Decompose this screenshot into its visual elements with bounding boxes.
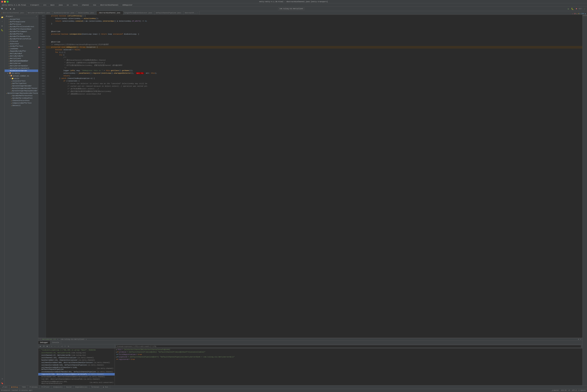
bottombar-dependencies[interactable]: Dependencies	[73, 386, 89, 389]
sidebar-item-bytebufferchannelread[interactable]: ☕ ByteBufferChannelRead	[4, 28, 38, 30]
var-this[interactable]: ▶ this = {NioSocketChannel$NioSocketChan…	[115, 348, 583, 351]
git-check-btn[interactable]: ✓	[583, 7, 587, 10]
sidebar-item-byte2integerdecodertester[interactable]: ☕ Byte2IntegerDecoderTester	[4, 87, 38, 90]
frame-initchannel27[interactable]: initChannel:27, NettyServer$1 (com.tulin…	[38, 354, 115, 356]
sidebar-item-byte2integerreplaydecodertester[interactable]: ☕ Byte2IntegerReplayDecoderTester	[4, 92, 38, 94]
sidebar-item-nettyserverhandler2[interactable]: ☕ NettyServerHandler2	[4, 67, 38, 70]
menu-nio[interactable]: nio	[92, 4, 97, 6]
run-btn[interactable]: ▶	[567, 7, 570, 10]
sidebar-item-channelfuturetest[interactable]: ☕ ChannelFutureTest	[4, 100, 38, 102]
frame-callhandleradded980[interactable]: callHandlerAdded:980, AbstractChannelHan…	[38, 362, 115, 364]
bottombar-debug[interactable]: Debug	[9, 386, 20, 389]
sidebar-item-guesstest[interactable]: ☕ GuessTest	[4, 42, 38, 45]
close-button[interactable]	[1, 1, 3, 2]
menu-project[interactable]: netty-netty-4.1.38.Final	[0, 4, 27, 6]
run-icon[interactable]: ▶	[0, 24, 4, 28]
menu-class[interactable]: AbstractNioChannel	[99, 4, 119, 6]
tab-nioselectorserver[interactable]: NioSelectorServer.java ✕	[53, 11, 77, 14]
sidebar-gear[interactable]: ⚙	[36, 15, 37, 17]
menu-transport[interactable]: transport	[29, 4, 40, 6]
menu-java[interactable]: java	[57, 4, 64, 6]
frame-handleradded134[interactable]: handlerAdded:134, ChannelInitializer (io…	[38, 359, 115, 362]
menu-io[interactable]: io	[65, 4, 70, 6]
tab-abstractniochannel1[interactable]: ● AbstractNioChannel.java ✕	[0, 11, 26, 14]
frame-initchannel151[interactable]: initChannel:151, ChannelInitializer (io.…	[38, 356, 115, 359]
sidebar-item-bytebufreferencetest[interactable]: ☕ ByteBufReferenceTest	[4, 94, 38, 97]
search-box[interactable]: com.tuling.nio.NettyClient	[278, 8, 305, 10]
sidebar-item-nettyserver[interactable]: ☕ NettyServer	[4, 62, 38, 64]
sidebar-item-nettybytebuf2[interactable]: ☕ NettyByteBuf2	[4, 55, 38, 57]
tab-singlethreadeventexecutor[interactable]: SingleThreadEventExecutor.java ✕	[123, 11, 155, 14]
stop-btn[interactable]: ■	[575, 7, 578, 10]
bottombar-todo[interactable]: TODO	[20, 386, 28, 389]
debug-runtohere-btn[interactable]: →|	[60, 345, 63, 348]
frame-invokehandleraddedifneeded[interactable]: invokeHandlerAddedIfNeeded:661, DefaultC…	[38, 370, 115, 373]
evaluate-input[interactable]	[116, 345, 581, 348]
bottombar-git[interactable]: ⎇ Git	[0, 386, 9, 389]
search-btn[interactable]: 🔍	[0, 7, 4, 10]
frame-initchannel34[interactable]: initChannel:34, NettyServer$1 (com.tulin…	[38, 352, 115, 354]
debug-side-icon[interactable]: 🐛	[0, 28, 4, 32]
sidebar-item-actualcombate1[interactable]: ▼ 📦 actual.combat.e1	[4, 74, 38, 77]
frame-safeexecute163[interactable]: safeExecute$$$capture:163, AbstractEvent…	[38, 380, 115, 385]
nav-forward-btn[interactable]: ▶	[12, 7, 16, 10]
maximize-button[interactable]	[7, 1, 8, 2]
debug-filter-btn[interactable]: ⊡	[67, 345, 70, 348]
tab-abstractch[interactable]: AbstractCh... ✕	[184, 11, 199, 14]
menu-src[interactable]: src	[42, 4, 48, 6]
frame-access200[interactable]: access$200:434, AbstractChannel$Abstract…	[38, 376, 115, 378]
sidebar-item-nettybytebuf[interactable]: ☕ NettyByteBuf	[4, 52, 38, 55]
sidebar-item-nettyclient[interactable]: ☕ NettyClient	[4, 57, 38, 60]
sidebar-item-bytebufferput[interactable]: ☕ ByteBufferPut	[4, 33, 38, 35]
frame-callhandleraddedforallhandlers[interactable]: callHandlerAddedForAllHandlers:1136, Def…	[38, 366, 115, 370]
bookmarks-icon[interactable]: 🔖	[0, 381, 4, 385]
code-editor[interactable]: private boolean isFlushPending() { Selec…	[46, 15, 583, 338]
sidebar-item-buffertypetest[interactable]: ☕ BufferTypeTest	[4, 82, 38, 85]
sidebar-item-filelock[interactable]: ☕ FileLock	[4, 40, 38, 42]
tab-abstractniochannel-active[interactable]: ● AbstractNioChannel.java ✕	[97, 11, 123, 14]
tab-nettyserverhandler2[interactable]: NettyServerHandler2.java ✕	[26, 11, 52, 14]
menu-netty[interactable]: netty	[71, 4, 79, 6]
bottom-tab-console[interactable]: Console	[50, 341, 61, 344]
bottombar-profiler[interactable]: Profiler	[40, 386, 51, 389]
sidebar-item-dateutil[interactable]: ☕ Dateutil	[4, 104, 38, 107]
var-pipeline[interactable]: ▶ ■ pipeline = {DefaultChannelPipeline@1…	[115, 356, 583, 358]
bottombar-terminal[interactable]: Terminal	[89, 386, 101, 389]
sidebar-item-bufferduplicate[interactable]: ☕ BufferDuplicate	[4, 20, 38, 23]
var-promise[interactable]: ▶ ■ promise = {DefaultChannelPromise@199…	[115, 351, 583, 353]
sidebar-item-compositebuffertest[interactable]: ☕ CompositeBufferTest	[4, 102, 38, 104]
bottom-tab-debugger[interactable]: Debugger	[38, 341, 50, 344]
settings-btn[interactable]: ⚙	[4, 7, 8, 10]
sidebar-item-mappedbytebuffer[interactable]: ☕ MappedByteBuffer	[4, 50, 38, 52]
sidebar-item-allocatortest[interactable]: ☕ AllocatorTest	[4, 80, 38, 82]
sidebar-item-bytebufferallocatedirect[interactable]: ☕ ByteBufferAllocateDirect	[4, 26, 38, 28]
sidebar-item-bytebufferwritetofile[interactable]: ☕ ByteBufferWriteToFile	[4, 38, 38, 40]
sidebar-item-ionetty[interactable]: ▶ 📦 io.netty	[4, 72, 38, 74]
sidebar-item-nioselectorserver[interactable]: ☕ NioSelectorServer	[4, 70, 38, 72]
frame-callhandleradded0620[interactable]: callHandlerAdded0:620, DefaultChannelPip…	[38, 364, 115, 366]
debug-stop-btn[interactable]: ■	[46, 345, 49, 348]
nav-back-btn[interactable]: ◀	[8, 7, 12, 10]
sidebar-item-leakdemo[interactable]: ☕ LeakDemo	[4, 48, 38, 50]
frame-register0536[interactable]: register0:536, AbstractChannel$AbstractU…	[38, 373, 115, 376]
menu-channel[interactable]: channel	[81, 4, 90, 6]
sidebar-item-bytebufwritereadtest[interactable]: ☕ ByteBufWriteReadTest	[4, 97, 38, 100]
menu-main[interactable]: main	[49, 4, 56, 6]
debug-btn[interactable]: 🐛	[571, 7, 574, 10]
frame-run497[interactable]: run:497, AbstractChannel$AbstractUnsafe$…	[38, 378, 115, 380]
debug-stepinto-btn[interactable]: ↓	[53, 345, 56, 348]
structure-icon[interactable]: ≡	[0, 377, 4, 381]
sidebar-item-nettyserverhandler[interactable]: ☕ NettyServerHandler	[4, 64, 38, 67]
var-firstregistration[interactable]: ■ firstRegistration = true	[115, 353, 583, 356]
status-encoding[interactable]: UTF-8	[572, 390, 577, 392]
sidebar-item-intbuffertest[interactable]: ☕ IntBufferTest	[4, 45, 38, 48]
sidebar-item-utils[interactable]: ▼ 📁 utils	[4, 77, 38, 80]
sidebar-item-bytebufferreaderfile[interactable]: ☕ ByteBufferReaderFile	[4, 35, 38, 38]
bottombar-endpoints[interactable]: Endpoints	[51, 386, 64, 389]
menu-method[interactable]: doRegister	[121, 4, 134, 6]
minimize-button[interactable]	[4, 1, 6, 2]
project-icon[interactable]: 📁	[0, 15, 4, 19]
sidebar-item-byte2integerreplaydecoder[interactable]: ☕ Byte2IntegerReplayDecoder	[4, 90, 38, 92]
sidebar-item-byte2integerdecoder[interactable]: ☕ Byte2IntegerDecoder	[4, 85, 38, 87]
scroll-indicator[interactable]	[583, 15, 587, 16]
